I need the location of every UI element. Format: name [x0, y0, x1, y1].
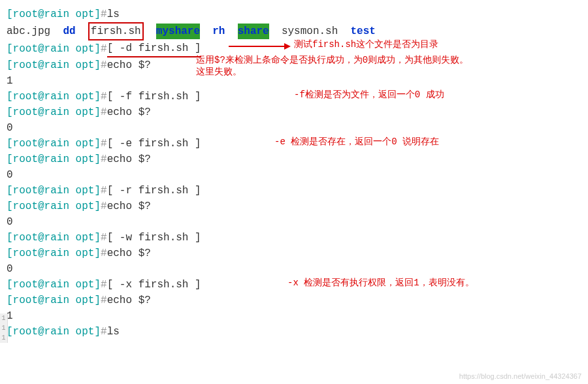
hash-symbol: #	[101, 7, 107, 22]
command-text: [ -e firsh.sh ]	[107, 136, 201, 152]
exit-code: 0	[7, 261, 13, 277]
hash-symbol: #	[101, 89, 107, 104]
hash-symbol: #	[101, 277, 107, 293]
shell-prompt: [root@rain opt]	[7, 199, 101, 214]
shell-prompt: [root@rain opt]	[7, 277, 101, 293]
command-text: [ -w firsh.sh ]	[107, 230, 201, 246]
command-text: echo $?	[107, 199, 151, 214]
svg-marker-1	[284, 43, 291, 50]
command-text: [ -d firsh.sh ]	[107, 40, 201, 57]
watermark-text: https://blog.csdn.net/weixin_44324367	[459, 371, 581, 382]
exit-code: 0	[7, 214, 13, 230]
command-text: [ -r firsh.sh ]	[107, 183, 201, 199]
dir-rh: rh	[212, 24, 225, 39]
terminal-line: [root@rain opt]#[ -w firsh.sh ]	[7, 230, 581, 246]
terminal-line: [root@rain opt]#echo $?	[7, 199, 581, 214]
shell-prompt: [root@rain opt]	[7, 246, 101, 261]
annotation-echo-explain2: 这里失败。	[196, 65, 242, 79]
terminal-line: [root@rain opt]#ls	[7, 324, 581, 340]
command-text: echo $?	[107, 104, 151, 120]
hash-symbol: #	[101, 152, 107, 167]
line-gutter: 1 1 1	[0, 313, 8, 343]
command-text: [ -f firsh.sh ]	[107, 89, 201, 104]
annotation-f-test: -f检测是否为文件，返回一个0 成功	[294, 88, 444, 102]
terminal-line: [root@rain opt]#echo $?	[7, 104, 581, 120]
annotation-e-test: -e 检测是否存在，返回一个0 说明存在	[274, 135, 439, 149]
shell-prompt: [root@rain opt]	[7, 324, 101, 340]
output-line: 0	[7, 120, 581, 136]
file-abc: abc.jpg	[7, 24, 50, 39]
gutter-num: 1	[0, 333, 7, 343]
hash-symbol: #	[101, 199, 107, 214]
command-text: echo $?	[107, 293, 151, 308]
terminal-line: [root@rain opt]#[ -r firsh.sh ]	[7, 183, 581, 199]
hash-symbol: #	[101, 104, 107, 120]
hash-symbol: #	[101, 136, 107, 152]
exit-code: 0	[7, 167, 13, 183]
annotation-d-test: 测试firsh.sh这个文件是否为目录	[294, 38, 438, 52]
dir-myshare: myshare	[156, 24, 200, 39]
shell-prompt: [root@rain opt]	[7, 104, 101, 120]
shell-prompt: [root@rain opt]	[7, 57, 101, 73]
command-text: ls	[107, 324, 120, 340]
hash-symbol: #	[101, 41, 107, 57]
output-line: 1	[7, 73, 581, 89]
shell-prompt: [root@rain opt]	[7, 293, 101, 308]
hash-symbol: #	[101, 183, 107, 199]
command-text: echo $?	[107, 246, 151, 261]
shell-prompt: [root@rain opt]	[7, 7, 101, 22]
hash-symbol: #	[101, 246, 107, 261]
hash-symbol: #	[101, 230, 107, 246]
command-text: ls	[107, 7, 120, 22]
hash-symbol: #	[101, 324, 107, 340]
terminal-line: [root@rain opt]#ls	[7, 7, 581, 22]
dir-share: share	[238, 24, 269, 39]
command-text: echo $?	[107, 152, 151, 167]
arrow-icon	[229, 41, 294, 52]
shell-prompt: [root@rain opt]	[7, 152, 101, 167]
output-line: 0	[7, 214, 581, 230]
output-line: 1	[7, 308, 581, 324]
annotation-x-test: -x 检测是否有执行权限，返回1，表明没有。	[287, 276, 474, 290]
file-firsh-highlighted: firsh.sh	[88, 22, 144, 40]
command-text: echo $?	[107, 57, 151, 73]
terminal-line: [root@rain opt]#echo $?	[7, 246, 581, 261]
command-text: [ -x firsh.sh ]	[107, 277, 201, 293]
output-line: 0	[7, 261, 581, 277]
hash-symbol: #	[101, 57, 107, 73]
shell-prompt: [root@rain opt]	[7, 41, 101, 57]
terminal-line: [root@rain opt]#echo $?	[7, 152, 581, 167]
gutter-num: 1	[0, 313, 7, 323]
gutter-num: 1	[0, 323, 7, 333]
shell-prompt: [root@rain opt]	[7, 89, 101, 104]
terminal-line: [root@rain opt]#echo $?	[7, 293, 581, 308]
shell-prompt: [root@rain opt]	[7, 183, 101, 199]
shell-prompt: [root@rain opt]	[7, 230, 101, 246]
file-sysmon: sysmon.sh	[282, 24, 338, 39]
shell-prompt: [root@rain opt]	[7, 136, 101, 152]
output-line: 0	[7, 167, 581, 183]
dir-dd: dd	[63, 24, 75, 39]
exit-code: 1	[7, 73, 13, 89]
hash-symbol: #	[101, 293, 107, 308]
dir-test: test	[351, 24, 376, 39]
exit-code: 0	[7, 120, 13, 136]
